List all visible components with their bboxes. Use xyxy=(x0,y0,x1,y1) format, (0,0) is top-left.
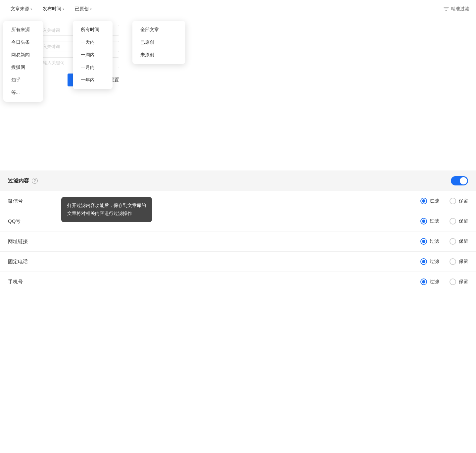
source-toutiao[interactable]: 今日头条 xyxy=(3,36,43,49)
radio-group-2: 过滤保留 xyxy=(420,238,468,245)
radio-option-保留[interactable]: 保留 xyxy=(450,218,468,225)
radio-circle-保留 xyxy=(450,258,456,265)
time-arrow-icon: ▾ xyxy=(63,7,64,11)
tooltip-box: 打开过滤内容功能后，保存到文章库的文章将对相关内容进行过滤操作 xyxy=(61,197,152,222)
source-dropdown-menu: 所有来源 今日头条 网易新闻 搜狐网 知乎 等... xyxy=(3,21,43,102)
source-all[interactable]: 所有来源 xyxy=(3,24,43,36)
original-no[interactable]: 未原创 xyxy=(132,49,185,61)
time-filter-label: 发布时间 xyxy=(43,6,61,12)
source-filter-btn[interactable]: 文章来源 ▾ xyxy=(7,4,36,14)
filter-item-label-0: 微信号 xyxy=(8,198,48,204)
help-icon[interactable]: ? xyxy=(32,178,38,184)
radio-option-保留[interactable]: 保留 xyxy=(450,258,468,265)
filter-item-row-4: 手机号过滤保留 xyxy=(0,272,476,292)
filter-content-title-group: 过滤内容 ? xyxy=(8,177,38,184)
radio-circle-过滤 xyxy=(420,218,427,225)
radio-option-保留[interactable]: 保留 xyxy=(450,198,468,204)
precision-filter: 精准过滤 xyxy=(444,6,469,12)
radio-group-4: 过滤保留 xyxy=(420,278,468,285)
radio-label-保留: 保留 xyxy=(459,218,468,224)
source-wangyi[interactable]: 网易新闻 xyxy=(3,49,43,61)
time-filter-btn[interactable]: 发布时间 ▾ xyxy=(39,4,68,14)
radio-group-3: 过滤保留 xyxy=(420,258,468,265)
radio-option-保留[interactable]: 保留 xyxy=(450,238,468,245)
filter-item-label-1: QQ号 xyxy=(8,218,48,225)
filter-item-row-2: 网址链接过滤保留 xyxy=(0,231,476,252)
time-year[interactable]: 一年内 xyxy=(73,74,113,86)
radio-circle-过滤 xyxy=(420,258,427,265)
time-all[interactable]: 所有时间 xyxy=(73,24,113,36)
original-filter-btn[interactable]: 已原创 ▾ xyxy=(71,4,96,14)
filter-item-row-3: 固定电话过滤保留 xyxy=(0,252,476,272)
radio-label-过滤: 过滤 xyxy=(430,259,439,265)
radio-circle-保留 xyxy=(450,238,456,245)
radio-label-保留: 保留 xyxy=(459,279,468,285)
radio-option-过滤[interactable]: 过滤 xyxy=(420,218,439,225)
radio-circle-保留 xyxy=(450,198,456,204)
radio-option-过滤[interactable]: 过滤 xyxy=(420,238,439,245)
radio-label-过滤: 过滤 xyxy=(430,218,439,224)
time-month[interactable]: 一月内 xyxy=(73,61,113,74)
filter-icon xyxy=(444,6,449,12)
original-filter-label: 已原创 xyxy=(75,6,89,12)
time-week[interactable]: 一周内 xyxy=(73,49,113,61)
original-dropdown-menu: 全部文章 已原创 未原创 xyxy=(132,21,185,64)
radio-circle-过滤 xyxy=(420,278,427,285)
filter-content-header: 过滤内容 ? xyxy=(0,171,476,191)
radio-label-保留: 保留 xyxy=(459,238,468,244)
filter-item-label-3: 固定电话 xyxy=(8,259,48,265)
filter-content-section: 过滤内容 ? 打开过滤内容功能后，保存到文章库的文章将对相关内容进行过滤操作 微… xyxy=(0,171,476,292)
source-filter-label: 文章来源 xyxy=(11,6,29,12)
radio-circle-过滤 xyxy=(420,238,427,245)
radio-label-过滤: 过滤 xyxy=(430,198,439,204)
top-filter-bar: 文章来源 ▾ 发布时间 ▾ 已原创 ▾ 精准过滤 xyxy=(0,0,476,18)
radio-option-过滤[interactable]: 过滤 xyxy=(420,278,439,285)
radio-option-保留[interactable]: 保留 xyxy=(450,278,468,285)
radio-label-保留: 保留 xyxy=(459,259,468,265)
radio-option-过滤[interactable]: 过滤 xyxy=(420,258,439,265)
source-more[interactable]: 等... xyxy=(3,86,43,99)
radio-option-过滤[interactable]: 过滤 xyxy=(420,198,439,204)
tooltip-text: 打开过滤内容功能后，保存到文章库的文章将对相关内容进行过滤操作 xyxy=(67,203,146,216)
radio-label-过滤: 过滤 xyxy=(430,279,439,285)
filter-content-toggle[interactable] xyxy=(451,176,468,185)
filter-item-label-4: 手机号 xyxy=(8,279,48,285)
time-day[interactable]: 一天内 xyxy=(73,36,113,49)
time-dropdown-menu: 所有时间 一天内 一周内 一月内 一年内 xyxy=(73,21,113,89)
filter-content-title-text: 过滤内容 xyxy=(8,177,29,184)
radio-group-1: 过滤保留 xyxy=(420,218,468,225)
radio-group-0: 过滤保留 xyxy=(420,198,468,204)
radio-label-保留: 保留 xyxy=(459,198,468,204)
original-yes[interactable]: 已原创 xyxy=(132,36,185,49)
original-arrow-icon: ▾ xyxy=(90,7,92,11)
source-sohu[interactable]: 搜狐网 xyxy=(3,61,43,74)
filter-item-label-2: 网址链接 xyxy=(8,238,48,245)
radio-label-过滤: 过滤 xyxy=(430,238,439,244)
source-arrow-icon: ▾ xyxy=(30,7,32,11)
original-all[interactable]: 全部文章 xyxy=(132,24,185,36)
radio-circle-保留 xyxy=(450,218,456,225)
radio-circle-保留 xyxy=(450,278,456,285)
source-zhihu[interactable]: 知乎 xyxy=(3,74,43,86)
radio-circle-过滤 xyxy=(420,198,427,204)
